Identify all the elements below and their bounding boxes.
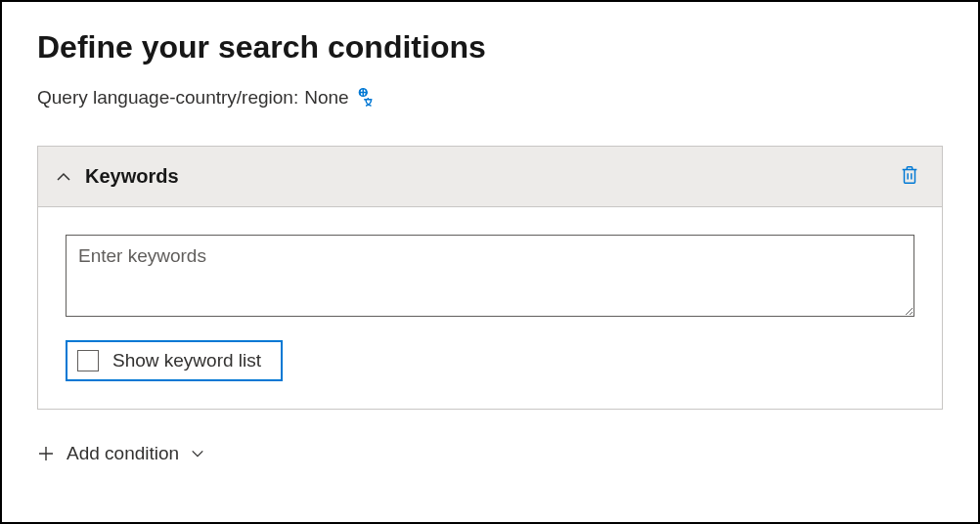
trash-icon — [899, 164, 920, 189]
query-language-row: Query language-country/region: None — [37, 87, 943, 109]
keywords-panel-header[interactable]: Keywords — [38, 147, 942, 207]
chevron-up-icon — [56, 169, 71, 185]
query-language-value: None — [304, 87, 348, 109]
add-condition-label: Add condition — [67, 443, 179, 464]
show-keyword-list-checkbox[interactable] — [77, 350, 99, 371]
add-condition-button[interactable]: Add condition — [37, 439, 204, 468]
plus-icon — [37, 445, 55, 462]
keywords-input[interactable] — [66, 235, 914, 317]
chevron-down-icon — [191, 447, 204, 460]
show-keyword-list-label: Show keyword list — [112, 350, 261, 371]
keywords-panel-body: Show keyword list — [38, 207, 942, 409]
delete-keywords-button[interactable] — [895, 160, 924, 193]
language-translate-icon[interactable] — [355, 87, 377, 109]
query-language-label: Query language-country/region: — [37, 87, 298, 109]
keywords-panel-title: Keywords — [85, 165, 179, 188]
keywords-panel: Keywords Show keyword list — [37, 146, 943, 410]
page-title: Define your search conditions — [37, 29, 943, 66]
show-keyword-list-option[interactable]: Show keyword list — [66, 340, 283, 381]
